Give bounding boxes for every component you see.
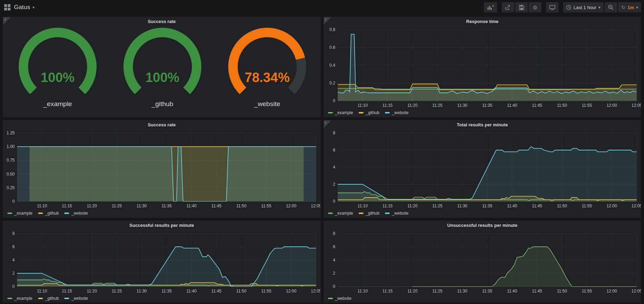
svg-text:11:25: 11:25 bbox=[112, 289, 122, 294]
svg-text:11:15: 11:15 bbox=[62, 203, 72, 208]
legend-item-_website[interactable]: _website bbox=[385, 110, 408, 115]
legend-item-_example[interactable]: _example bbox=[7, 211, 32, 216]
svg-text:4: 4 bbox=[333, 258, 335, 262]
response-time-chart[interactable]: 00.20.40.60.811:1011:1511:2011:2511:3011… bbox=[324, 26, 641, 109]
legend-item-_website[interactable]: _website bbox=[64, 296, 88, 301]
legend-item-_website[interactable]: _website bbox=[385, 211, 408, 216]
legend-label: _website bbox=[392, 110, 408, 115]
legend-swatch bbox=[328, 213, 333, 214]
legend-item-_example[interactable]: _example bbox=[328, 110, 353, 115]
legend-swatch bbox=[38, 298, 43, 299]
dashboard-title-dropdown[interactable]: Gatus ▾ bbox=[14, 4, 35, 11]
success-rate-chart[interactable]: 00.250.500.751.001.2511:1011:1511:2011:2… bbox=[3, 129, 320, 210]
svg-text:12:00: 12:00 bbox=[286, 289, 297, 294]
panel-response-time: i Response time 00.20.40.60.811:1011:151… bbox=[323, 17, 641, 117]
gauge-_website: 78.34%_website bbox=[215, 26, 320, 108]
zoom-out-icon bbox=[608, 5, 614, 10]
svg-text:11:55: 11:55 bbox=[261, 203, 271, 208]
add-panel-button[interactable] bbox=[484, 2, 497, 13]
legend-swatch bbox=[328, 298, 333, 299]
panel-title[interactable]: Unsuccessful results per minute bbox=[324, 221, 641, 230]
svg-text:6: 6 bbox=[333, 244, 335, 249]
svg-text:11:20: 11:20 bbox=[87, 289, 97, 294]
gauge-value: 100% bbox=[41, 70, 74, 85]
svg-text:0.2: 0.2 bbox=[329, 81, 335, 86]
info-icon[interactable]: i bbox=[5, 17, 6, 21]
legend: _example_github_website bbox=[3, 295, 320, 303]
panel-title[interactable]: Response time bbox=[324, 17, 641, 26]
zoom-out-button[interactable] bbox=[605, 2, 617, 13]
svg-text:11:35: 11:35 bbox=[482, 289, 492, 294]
successful-results-chart[interactable]: 0246811:1011:1511:2011:2511:3011:3511:40… bbox=[3, 230, 320, 295]
legend-swatch bbox=[64, 213, 69, 214]
svg-text:11:50: 11:50 bbox=[557, 203, 567, 208]
share-button[interactable] bbox=[502, 2, 514, 13]
info-icon[interactable]: i bbox=[325, 121, 326, 125]
legend-label: _github bbox=[366, 211, 379, 216]
panel-successful-results: Successful results per minute 0246811:10… bbox=[3, 221, 321, 303]
svg-text:11:25: 11:25 bbox=[112, 203, 122, 208]
legend-label: _github bbox=[366, 110, 379, 115]
svg-text:0: 0 bbox=[12, 199, 15, 204]
time-range-label: Last 1 hour bbox=[573, 5, 596, 10]
panel-success-rate-gauges: i Success rate 100%_example100%_github78… bbox=[3, 17, 321, 117]
legend-item-_github[interactable]: _github bbox=[38, 296, 59, 301]
legend-swatch bbox=[359, 112, 364, 113]
svg-text:11:35: 11:35 bbox=[161, 203, 171, 208]
info-icon[interactable]: i bbox=[325, 17, 326, 21]
svg-text:11:45: 11:45 bbox=[211, 203, 221, 208]
panel-total-results: i Total results per minute 0246811:1011:… bbox=[323, 120, 641, 218]
svg-text:11:45: 11:45 bbox=[532, 103, 542, 108]
svg-text:8: 8 bbox=[12, 231, 15, 236]
save-icon bbox=[519, 5, 524, 10]
legend-swatch bbox=[38, 213, 43, 214]
legend-label: _github bbox=[45, 211, 59, 216]
settings-button[interactable]: ⚙ bbox=[529, 2, 541, 13]
legend-swatch bbox=[359, 213, 364, 214]
dashboard-grid-icon[interactable] bbox=[4, 4, 10, 10]
legend-item-_example[interactable]: _example bbox=[328, 211, 353, 216]
legend-item-_github[interactable]: _github bbox=[359, 211, 379, 216]
gauge-label: _github bbox=[110, 100, 215, 108]
svg-text:11:25: 11:25 bbox=[432, 203, 442, 208]
gear-icon: ⚙ bbox=[533, 5, 537, 10]
svg-text:11:20: 11:20 bbox=[407, 203, 417, 208]
legend-item-_website[interactable]: _website bbox=[64, 211, 88, 216]
legend-label: _github bbox=[45, 296, 59, 301]
tv-icon bbox=[549, 5, 555, 10]
legend-label: _website bbox=[71, 211, 88, 216]
legend-swatch bbox=[7, 298, 12, 299]
svg-text:11:30: 11:30 bbox=[137, 203, 147, 208]
legend-item-_example[interactable]: _example bbox=[7, 296, 32, 301]
svg-text:11:40: 11:40 bbox=[507, 103, 517, 108]
legend-item-_website[interactable]: _website bbox=[328, 296, 351, 301]
svg-text:11:55: 11:55 bbox=[582, 203, 592, 208]
panel-title[interactable]: Successful results per minute bbox=[3, 221, 320, 230]
legend-item-_github[interactable]: _github bbox=[359, 110, 379, 115]
legend-item-_github[interactable]: _github bbox=[38, 211, 59, 216]
gauge-_github: 100%_github bbox=[110, 26, 215, 108]
refresh-picker[interactable]: ↻ 1m ▾ bbox=[618, 2, 641, 13]
svg-text:0.50: 0.50 bbox=[7, 172, 15, 177]
panel-unsuccessful-results: Unsuccessful results per minute 0246811:… bbox=[323, 221, 641, 303]
refresh-interval-label: 1m bbox=[628, 5, 634, 10]
panel-title[interactable]: Success rate bbox=[3, 120, 320, 129]
unsuccessful-results-chart[interactable]: 0246811:1011:1511:2011:2511:3011:3511:40… bbox=[324, 230, 641, 295]
svg-text:12:00: 12:00 bbox=[607, 203, 617, 208]
time-range-picker[interactable]: Last 1 hour ▾ bbox=[563, 2, 603, 13]
dashboard-title: Gatus bbox=[14, 4, 30, 11]
panel-title[interactable]: Total results per minute bbox=[324, 120, 641, 129]
svg-text:12:05: 12:05 bbox=[311, 203, 320, 208]
legend-swatch bbox=[385, 213, 390, 214]
svg-text:11:50: 11:50 bbox=[236, 203, 246, 208]
total-results-chart[interactable]: 0246811:1011:1511:2011:2511:3011:3511:40… bbox=[324, 129, 641, 210]
svg-text:12:05: 12:05 bbox=[631, 289, 641, 294]
panel-title[interactable]: Success rate bbox=[3, 17, 320, 26]
save-button[interactable] bbox=[515, 2, 528, 13]
legend-swatch bbox=[385, 112, 390, 113]
svg-text:11:55: 11:55 bbox=[261, 289, 271, 294]
legend: _example_github_website bbox=[3, 210, 320, 217]
svg-text:11:15: 11:15 bbox=[382, 103, 393, 108]
cycle-view-button[interactable] bbox=[546, 2, 558, 13]
svg-text:0: 0 bbox=[12, 284, 15, 289]
